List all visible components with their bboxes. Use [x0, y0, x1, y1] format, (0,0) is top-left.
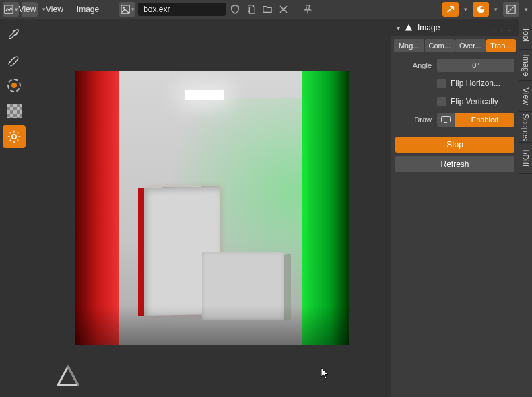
tab-transform[interactable]: Tran...: [486, 39, 517, 52]
svg-rect-12: [444, 122, 447, 123]
sidetab-scopes[interactable]: Scopes: [519, 112, 532, 143]
angle-value[interactable]: 0°: [437, 59, 514, 72]
svg-rect-6: [250, 7, 255, 14]
properties-panel: ▾ Image ⋮⋮⋮ Mag... Com... Over... Tran..…: [391, 19, 519, 397]
diagonal-icon: [506, 5, 516, 14]
eyedropper-tool[interactable]: [3, 23, 26, 46]
filename-field[interactable]: box.exr: [138, 3, 226, 16]
image-editor-icon: [4, 5, 13, 14]
draw-enabled-button[interactable]: Enabled: [455, 113, 514, 127]
triangle-icon: [404, 23, 413, 32]
panel-tabs: Mag... Com... Over... Tran...: [391, 36, 519, 57]
draw-display-button[interactable]: [437, 113, 455, 127]
grip-icon[interactable]: ⋮⋮⋮: [491, 24, 513, 32]
rendered-image: [75, 71, 349, 345]
sidetab-image[interactable]: Image: [519, 50, 532, 81]
tab-composition[interactable]: Com...: [425, 39, 455, 52]
linked-image-dropdown[interactable]: ▾: [119, 2, 135, 17]
refresh-button[interactable]: Refresh: [395, 156, 514, 172]
renderer-logo-icon: [55, 365, 81, 388]
draw-label: Draw: [395, 116, 437, 124]
top-toolbar: ▾ View ▾ View Image ▾ box.exr ▾ ▾ ▾: [0, 0, 532, 19]
tab-magnification[interactable]: Mag...: [394, 39, 424, 52]
image-icon: [121, 5, 130, 14]
stop-button[interactable]: Stop: [395, 137, 514, 153]
chevron-down-icon[interactable]: ▾: [493, 6, 499, 13]
gear-tool[interactable]: [3, 125, 26, 148]
chevron-down-icon[interactable]: ▾: [463, 6, 469, 13]
shading-sphere-button[interactable]: [473, 2, 489, 17]
main-area: ▾ Image ⋮⋮⋮ Mag... Com... Over... Tran..…: [0, 19, 532, 397]
svg-point-8: [480, 7, 484, 10]
fake-user-toggle[interactable]: [228, 3, 242, 16]
duplicate-button[interactable]: [244, 3, 258, 16]
panel-header[interactable]: ▾ Image ⋮⋮⋮: [391, 19, 519, 36]
checker-tool[interactable]: [3, 100, 26, 122]
panel-title: Image: [418, 23, 440, 32]
angle-label: Angle: [395, 61, 437, 69]
flip-horizontal-checkbox[interactable]: Flip Horizon...: [437, 79, 514, 88]
sample-tool[interactable]: [3, 74, 26, 97]
svg-rect-11: [442, 117, 451, 122]
view-dropdown-label: View: [13, 2, 42, 17]
view-menu[interactable]: View: [40, 2, 69, 17]
overlay-button[interactable]: [503, 2, 519, 17]
chevron-down-icon: ▾: [397, 24, 400, 32]
render-arrow-button[interactable]: [442, 2, 459, 17]
panel-properties: Angle 0° Flip Horizon... Flip Vertically…: [391, 57, 519, 178]
tool-sidebar: [0, 19, 30, 397]
mouse-cursor-icon: [321, 367, 330, 380]
svg-point-10: [12, 135, 16, 139]
svg-point-7: [477, 6, 485, 13]
view-mode-dropdown[interactable]: View ▾: [22, 2, 38, 17]
open-button[interactable]: [261, 3, 274, 16]
annotate-tool[interactable]: [3, 48, 26, 71]
pin-button[interactable]: [301, 3, 314, 16]
arrow-icon: [446, 5, 455, 14]
svg-point-4: [123, 7, 125, 9]
image-menu[interactable]: Image: [71, 2, 104, 17]
unlink-button[interactable]: [277, 3, 290, 16]
flip-vertical-checkbox[interactable]: Flip Vertically: [437, 97, 514, 106]
sidetab-bdiff[interactable]: bDiff: [519, 143, 532, 174]
chevron-down-icon[interactable]: ▾: [523, 6, 529, 13]
tab-overlay[interactable]: Over...: [455, 39, 486, 52]
side-tabs: Tool Image View Scopes bDiff: [519, 19, 532, 397]
image-viewport[interactable]: [30, 19, 391, 397]
sidetab-view[interactable]: View: [519, 81, 532, 112]
sphere-icon: [476, 5, 486, 14]
sidetab-tool[interactable]: Tool: [519, 19, 532, 50]
